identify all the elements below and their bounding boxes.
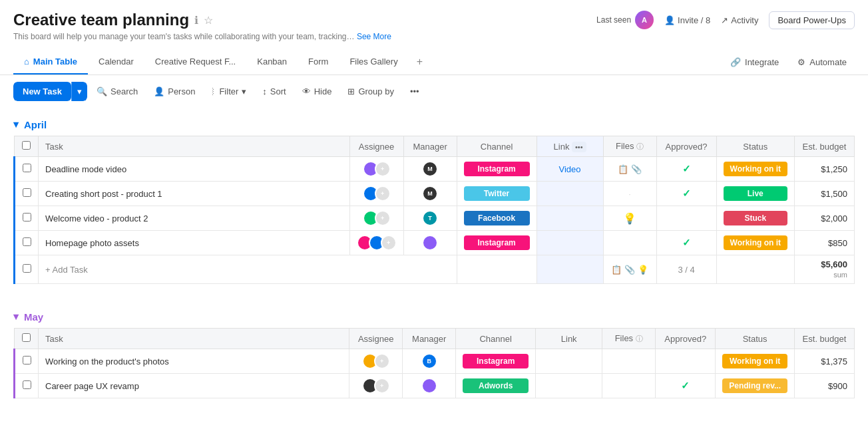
integrate-button[interactable]: 🔗 Integrate [722,53,787,71]
row4-status: Working on it [716,231,794,255]
tab-form[interactable]: Form [298,50,339,74]
april-row-1: Deadline mode video + M Instagram Video [15,157,855,182]
tab-files-gallery[interactable]: Files Gallery [339,50,408,74]
see-more-link[interactable]: See More [357,32,391,41]
may-row1-link[interactable] [536,349,602,374]
col-approved-april: Approved? [656,136,716,157]
board-powerups-button[interactable]: Board Power-Ups [769,11,855,29]
may-group-label: May [24,311,43,323]
row2-link[interactable] [537,182,603,206]
check-all-may[interactable] [15,329,39,349]
row3-check[interactable] [15,206,39,231]
tab-main-table[interactable]: ⌂ Main Table [13,50,88,74]
files-info-icon-may[interactable]: ⓘ [636,335,643,343]
status-badge: Live [724,186,787,201]
add-assignee-btn[interactable]: + [375,186,391,202]
link-more-btn[interactable]: ••• [572,142,586,152]
add-task-label[interactable]: + Add Task [39,255,457,284]
person-icon: 👤 [154,86,164,96]
row3-link[interactable] [537,206,603,231]
row2-manager: M [403,182,457,206]
tab-kanban[interactable]: Kanban [246,50,298,74]
add-tab-button[interactable]: + [409,49,431,74]
more-options-button[interactable]: ••• [403,82,426,100]
april-group-header[interactable]: ▾ April [13,118,855,130]
april-row-3: Welcome video - product 2 + T Facebook 💡 [15,206,855,231]
toolbar: New Task ▾ 🔍 Search 👤 Person ⧘ Filter ▾ … [0,75,868,108]
row4-approved: ✓ [656,231,716,255]
person-icon: 👤 [664,15,675,25]
may-row1-files [602,349,656,374]
last-seen-info: Last seen A [596,11,654,29]
file-purple-icon: 📎 [631,164,642,174]
star-icon[interactable]: ☆ [204,14,213,27]
row2-task: Creating short post - product 1 [39,182,350,206]
may-row2-check[interactable] [15,374,39,398]
filter-button[interactable]: ⧘ Filter ▾ [204,82,253,100]
info-icon[interactable]: ℹ [194,14,198,27]
may-row1-channel: Instagram [456,349,536,374]
files-summary-icon: 📋 [611,265,622,275]
may-row2-status: Pending rev... [716,374,795,398]
files-info-icon[interactable]: ⓘ [636,142,644,150]
filter-chevron-icon: ▾ [242,86,246,96]
activity-button[interactable]: ↗ Activity [721,15,758,25]
new-task-button[interactable]: New Task [13,82,71,101]
search-button[interactable]: 🔍 Search [90,82,144,100]
add-assignee-btn[interactable]: + [375,210,391,226]
board-title: Creative team planning [13,11,189,29]
tab-calendar[interactable]: Calendar [88,50,144,74]
hide-button[interactable]: 👁 Hide [296,82,339,100]
add-assignee-btn[interactable]: + [375,161,391,177]
may-group-header[interactable]: ▾ May [13,311,855,323]
file-icon: 📋 [618,164,628,174]
row1-manager: M [403,157,457,182]
approved-check: ✓ [682,163,691,174]
checkbox-all-april[interactable] [22,141,31,150]
row2-check[interactable] [15,182,39,206]
approved-check: ✓ [682,188,691,199]
row2-budget: $1,500 [795,182,855,206]
channel-badge: Instagram [463,354,529,368]
check-all-april[interactable] [15,136,39,157]
may-row2-manager [403,374,456,398]
automate-button[interactable]: ⚙ Automate [789,53,855,71]
row1-channel: Instagram [457,157,537,182]
april-budget-summary: $5,600 sum [795,255,855,284]
checkbox-row1[interactable] [23,164,31,172]
add-task-check[interactable] [15,255,39,284]
may-row1-check[interactable] [15,349,39,374]
person-filter-button[interactable]: 👤 Person [147,82,202,100]
row1-budget: $1,250 [795,157,855,182]
row3-assignee: + [349,206,403,231]
row4-link[interactable] [537,231,603,255]
group-by-button[interactable]: ⊞ Group by [341,82,400,100]
may-row2-assignee: + [349,374,403,398]
col-approved-may: Approved? [656,329,716,349]
new-task-dropdown-button[interactable]: ▾ [71,82,87,101]
may-row2-link[interactable] [536,374,602,398]
sort-button[interactable]: ↕ Sort [256,82,292,100]
col-assignee-april: Assignee [349,136,403,157]
invite-button[interactable]: 👤 Invite / 8 [664,15,710,25]
row4-check[interactable] [15,231,39,255]
april-header-row: Task Assignee Manager Channel Link ••• F… [15,136,855,157]
may-row2-channel: Adwords [456,374,536,398]
add-assignee-btn[interactable]: + [374,378,390,394]
may-row2-files [602,374,656,398]
row4-budget: $850 [795,231,855,255]
may-header-row: Task Assignee Manager Channel Link Files… [15,329,855,349]
add-assignee-btn[interactable]: + [381,235,397,251]
row3-status: Stuck [716,206,794,231]
tab-creative-request[interactable]: Creative Request F... [144,50,246,74]
manager-avatar: B [421,353,437,369]
col-budget-may: Est. budget [795,329,855,349]
row4-channel: Instagram [457,231,537,255]
row1-link[interactable]: Video [537,157,603,182]
may-row1-approved [656,349,716,374]
row1-files: 📋 📎 [603,157,656,182]
row1-check[interactable] [15,157,39,182]
add-assignee-btn[interactable]: + [374,353,390,369]
col-files-may: Files ⓘ [602,329,656,349]
april-group: ▾ April [0,108,868,130]
